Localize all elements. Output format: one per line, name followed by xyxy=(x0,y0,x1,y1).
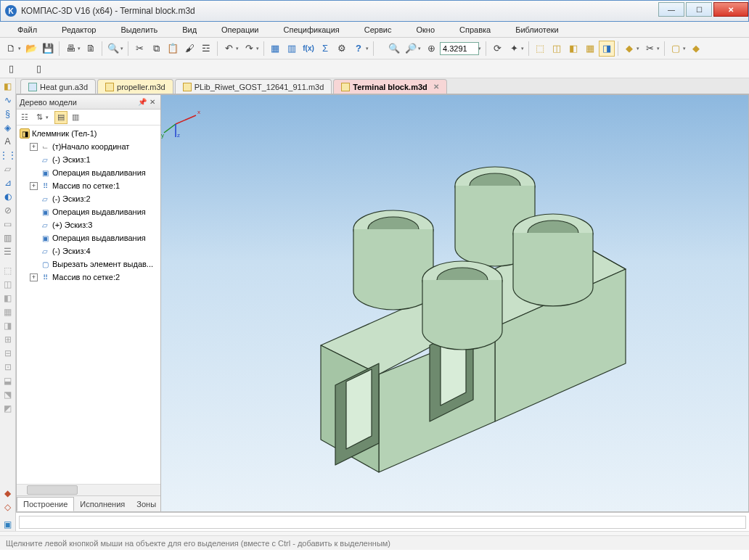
expand-icon[interactable]: + xyxy=(30,143,38,151)
lt-op4-icon[interactable]: ◨ xyxy=(1,319,15,332)
expand-icon[interactable]: + xyxy=(30,273,38,281)
menu-file[interactable]: Файл xyxy=(6,24,49,36)
perspective-button[interactable]: ◆ xyxy=(621,41,637,57)
lt-text-icon[interactable]: A xyxy=(1,135,15,148)
lt-curve-icon[interactable]: ∿ xyxy=(1,94,15,107)
zoom-dropdown[interactable]: ▾ xyxy=(478,46,481,52)
lt-op5-icon[interactable]: ⊞ xyxy=(1,333,15,346)
pin-icon[interactable]: 📌 xyxy=(137,97,147,107)
command-input[interactable] xyxy=(19,516,746,529)
minimize-button[interactable] xyxy=(658,2,684,17)
doc-tab-terminal-active[interactable]: Terminal block.m3d ✕ xyxy=(333,79,447,94)
lt-array-icon[interactable]: ⋮⋮ xyxy=(1,149,15,162)
3d-viewport[interactable]: x y z xyxy=(161,94,749,512)
fx-button[interactable]: f(x) xyxy=(300,41,316,57)
close-panel-icon[interactable]: ✕ xyxy=(147,97,157,107)
undo-button[interactable]: ↶ xyxy=(221,41,237,57)
menu-select[interactable]: Выделить xyxy=(109,24,169,36)
tree-tab-build[interactable]: Построение xyxy=(17,497,74,511)
preview-button[interactable]: 🔍 xyxy=(105,41,121,57)
menu-editor[interactable]: Редактор xyxy=(50,24,107,36)
help-button[interactable]: ? xyxy=(351,41,367,57)
lt-axis-icon[interactable]: ⊿ xyxy=(1,176,15,189)
close-button[interactable] xyxy=(713,2,748,17)
tree-tool-4[interactable]: ▥ xyxy=(69,111,82,124)
lt-cube-icon[interactable]: ◧ xyxy=(1,80,15,93)
doc-tab-plib[interactable]: PLib_Riwet_GOST_12641_911.m3d xyxy=(175,79,332,94)
orbit-button[interactable]: ✦ xyxy=(506,41,522,57)
shaded-wire-button[interactable]: ◧ xyxy=(565,41,581,57)
zoom-window-button[interactable]: ⊕ xyxy=(423,41,439,57)
copy-button[interactable]: ⧉ xyxy=(148,41,164,57)
lt-op2-icon[interactable]: ◧ xyxy=(1,292,15,305)
lt-op8-icon[interactable]: ⬓ xyxy=(1,374,15,387)
display-mode-button[interactable]: ◨ xyxy=(599,41,615,57)
tree-item[interactable]: ▱(+) Эскиз:3 xyxy=(17,218,160,231)
handle-2[interactable]: ▯ xyxy=(30,61,46,77)
tree-tab-zones[interactable]: Зоны xyxy=(131,498,162,511)
menu-specification[interactable]: Спецификация xyxy=(272,24,351,36)
expand-icon[interactable]: + xyxy=(30,182,38,190)
lt-report-icon[interactable]: ☰ xyxy=(1,245,15,258)
lt-surface-icon[interactable]: ◈ xyxy=(1,121,15,134)
new-button[interactable]: 🗋 xyxy=(3,41,19,57)
save-button[interactable]: 💾 xyxy=(40,41,56,57)
tree-tab-variants[interactable]: Исполнения xyxy=(74,498,131,511)
tree-item[interactable]: ▱(-) Эскиз:2 xyxy=(17,192,160,205)
maximize-button[interactable] xyxy=(686,2,712,17)
hidden-button[interactable]: ◫ xyxy=(549,41,565,57)
tree-item[interactable]: ▢Вырезать элемент выдав... xyxy=(17,258,160,271)
lt-measure-icon[interactable]: ◐ xyxy=(1,190,15,203)
zoom-fit-button[interactable]: 🔍 xyxy=(386,41,402,57)
zoom-in-button[interactable]: 🔎 xyxy=(403,41,419,57)
color-button[interactable]: ◆ xyxy=(688,41,704,57)
close-tab-icon[interactable]: ✕ xyxy=(433,83,439,91)
tree-item[interactable]: ▣Операция выдавливания xyxy=(17,166,160,179)
properties-button[interactable]: ☲ xyxy=(198,41,214,57)
menu-service[interactable]: Сервис xyxy=(353,24,404,36)
handle-1[interactable]: ▯ xyxy=(3,61,19,77)
lt-sheet-icon[interactable]: ▭ xyxy=(1,218,15,231)
menu-operations[interactable]: Операции xyxy=(210,24,270,36)
menu-libraries[interactable]: Библиотеки xyxy=(504,24,570,36)
paste-button[interactable]: 📋 xyxy=(165,41,181,57)
lt-bottom1-icon[interactable]: ◆ xyxy=(1,487,15,500)
tree-item[interactable]: ▣Операция выдавливания xyxy=(17,231,160,244)
tree-root-node[interactable]: ◨ Клеммник (Тел-1) xyxy=(17,127,160,140)
tree-item[interactable]: ▱(-) Эскиз:4 xyxy=(17,244,160,258)
lt-bottom3-icon[interactable]: ▣ xyxy=(1,518,15,531)
tree-item[interactable]: +⠿Массив по сетке:1 xyxy=(17,179,160,192)
lt-plane-icon[interactable]: ▱ xyxy=(1,162,15,176)
spec-button-2[interactable]: ▥ xyxy=(284,41,300,57)
lt-op1-icon[interactable]: ◫ xyxy=(1,278,15,291)
format-painter-button[interactable]: 🖌 xyxy=(181,41,197,57)
section-button[interactable]: ✂ xyxy=(642,41,658,57)
rotate-button[interactable]: ⟳ xyxy=(489,41,505,57)
lt-op6-icon[interactable]: ⊟ xyxy=(1,347,15,360)
lt-lib-icon[interactable]: ▥ xyxy=(1,231,15,244)
sigma-button[interactable]: Σ xyxy=(317,41,333,57)
tree-item[interactable]: ▱(-) Эскиз:1 xyxy=(17,153,160,166)
lt-op9-icon[interactable]: ⬔ xyxy=(1,388,15,401)
redo-button[interactable]: ↷ xyxy=(241,41,257,57)
doc-tab-heatgun[interactable]: Heat gun.a3d xyxy=(20,79,96,94)
print-preview-button[interactable]: 🗎 xyxy=(83,41,99,57)
shaded-button[interactable]: ▦ xyxy=(582,41,598,57)
menu-view[interactable]: Вид xyxy=(171,24,208,36)
doc-tab-propeller[interactable]: propeller.m3d xyxy=(97,79,173,94)
print-button[interactable]: 🖶 xyxy=(62,41,78,57)
menu-help[interactable]: Справка xyxy=(448,24,502,36)
tree-hscrollbar[interactable] xyxy=(17,484,160,495)
tree-tool-3[interactable]: ▤ xyxy=(54,111,67,124)
tree-tool-1[interactable]: ☷ xyxy=(18,111,31,124)
zoom-input[interactable] xyxy=(440,42,479,55)
lt-hole-icon[interactable]: ⊘ xyxy=(1,204,15,217)
lt-op3-icon[interactable]: ▦ xyxy=(1,305,15,318)
lt-op10-icon[interactable]: ◩ xyxy=(1,402,15,415)
box-button[interactable]: ▢ xyxy=(668,41,684,57)
vars-button[interactable]: ⚙ xyxy=(334,41,350,57)
open-button[interactable]: 📂 xyxy=(23,41,39,57)
menu-window[interactable]: Окно xyxy=(404,24,446,36)
tree-tool-2[interactable]: ⇅ xyxy=(33,111,46,124)
lt-op7-icon[interactable]: ⊡ xyxy=(1,361,15,374)
